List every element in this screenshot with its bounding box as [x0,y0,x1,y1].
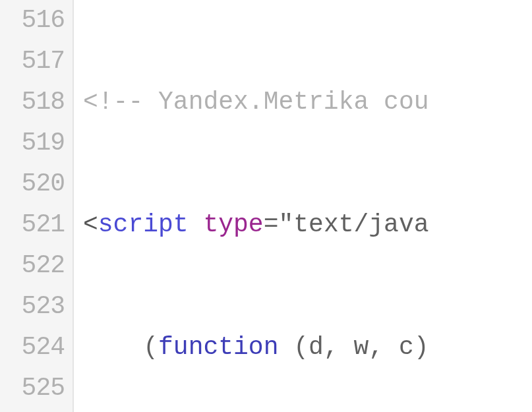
code-area[interactable]: <!-- Yandex.Metrika cou <script type="te… [74,0,429,412]
token-comment: Yandex.Metrika cou [158,82,429,123]
line-number: 521 [7,204,65,245]
code-line: <script type="text/java [83,204,429,245]
token-text: ( [83,327,158,368]
line-number: 524 [7,327,65,368]
line-number: 523 [7,286,65,327]
token-attr: type [203,204,263,245]
token-punct: < [83,204,98,245]
line-number: 518 [7,82,65,123]
code-line: <!-- Yandex.Metrika cou [83,82,429,123]
line-number: 517 [7,41,65,82]
token-text: ="text/java [264,204,429,245]
token-keyword: function [158,327,278,368]
token-text [189,204,204,245]
token-comment: <!-- [83,82,158,123]
line-number: 519 [7,123,65,163]
code-line: (function (d, w, c) [83,327,429,368]
line-number: 522 [7,245,65,286]
line-number: 516 [7,0,65,41]
line-number: 525 [7,368,65,409]
line-number: 520 [7,163,65,204]
token-text: (d, w, c) [278,327,429,368]
code-editor: 516 517 518 519 520 521 522 523 524 525 … [0,0,532,412]
line-number-gutter: 516 517 518 519 520 521 522 523 524 525 [0,0,74,412]
token-tag: script [98,204,189,245]
